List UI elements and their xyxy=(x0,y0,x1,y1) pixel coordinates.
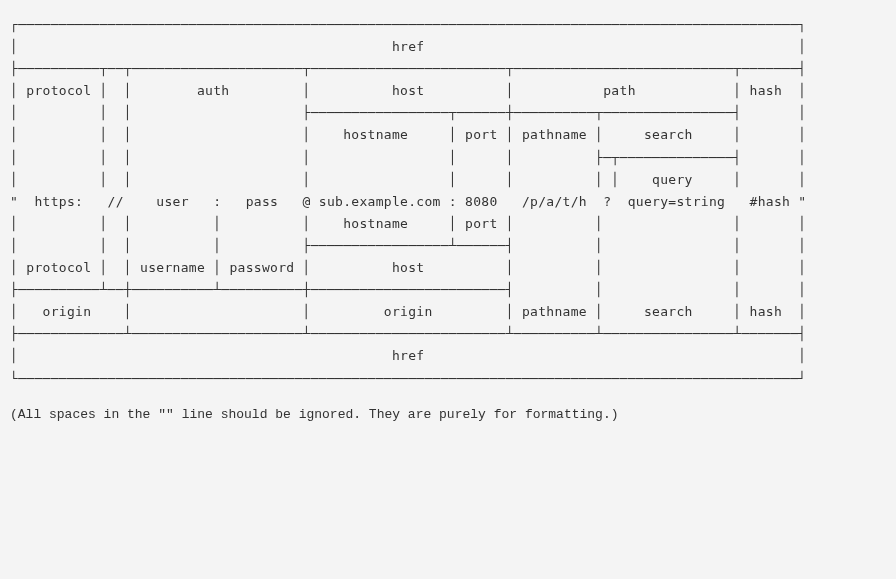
diagram-row-protocol-username-password-host: │ protocol │ │ username │ password │ hos… xyxy=(10,260,806,275)
diagram-sep-1: ├──────────┬──┬─────────────────────┬───… xyxy=(10,61,806,76)
diagram-row-hostname-port-2: │ │ │ │ │ hostname │ port │ │ │ │ xyxy=(10,216,806,231)
diagram-row-protocol-auth-host-path-hash: │ protocol │ │ auth │ host │ path │ hash… xyxy=(10,83,806,98)
diagram-sep-3: │ │ │ │ │ │ ├─┬──────────────┤ │ xyxy=(10,150,806,165)
diagram-row-query: │ │ │ │ │ │ │ │ query │ │ xyxy=(10,172,806,187)
diagram-sep-5: ├──────────┴──┼──────────┴──────────┼───… xyxy=(10,282,806,297)
diagram-url-example: " https: // user : pass @ sub.example.co… xyxy=(10,194,806,209)
url-structure-diagram: ┌───────────────────────────────────────… xyxy=(0,0,896,446)
diagram-row-origin-pathname-search-hash: │ origin │ │ origin │ pathname │ search … xyxy=(10,304,806,319)
diagram-sep-2: │ │ │ ├─────────────────┬──────┼────────… xyxy=(10,105,806,120)
diagram-sep-4: │ │ │ │ ├─────────────────┴──────┤ │ │ │ xyxy=(10,238,806,253)
ascii-diagram: ┌───────────────────────────────────────… xyxy=(10,14,886,390)
diagram-href-top: │ href │ xyxy=(10,39,806,54)
diagram-border-bottom: └───────────────────────────────────────… xyxy=(10,371,806,386)
diagram-border-top: ┌───────────────────────────────────────… xyxy=(10,17,806,32)
formatting-note: (All spaces in the "" line should be ign… xyxy=(10,404,886,426)
diagram-row-hostname-port-pathname-search: │ │ │ │ hostname │ port │ pathname │ sea… xyxy=(10,127,806,142)
diagram-sep-6: ├─────────────┴─────────────────────┴───… xyxy=(10,326,806,341)
diagram-href-bottom: │ href │ xyxy=(10,348,806,363)
